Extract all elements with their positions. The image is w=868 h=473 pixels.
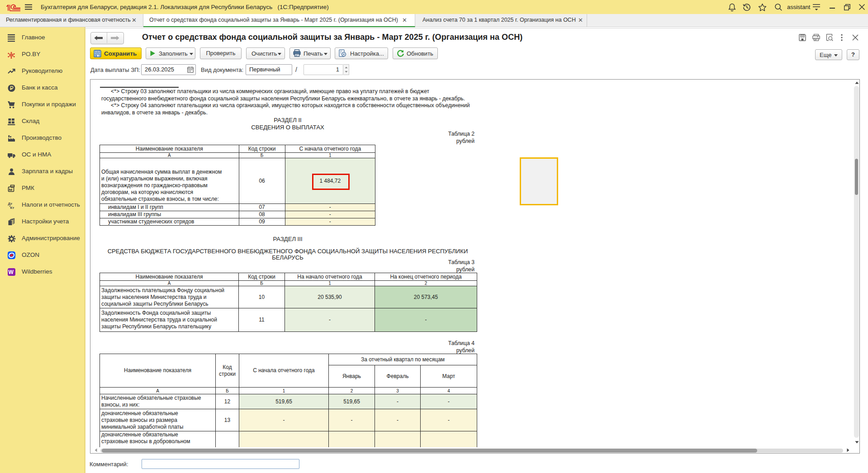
- svg-text:W: W: [9, 269, 14, 275]
- svg-text:Дт: Дт: [8, 202, 13, 206]
- svg-text:Кт: Кт: [10, 206, 14, 210]
